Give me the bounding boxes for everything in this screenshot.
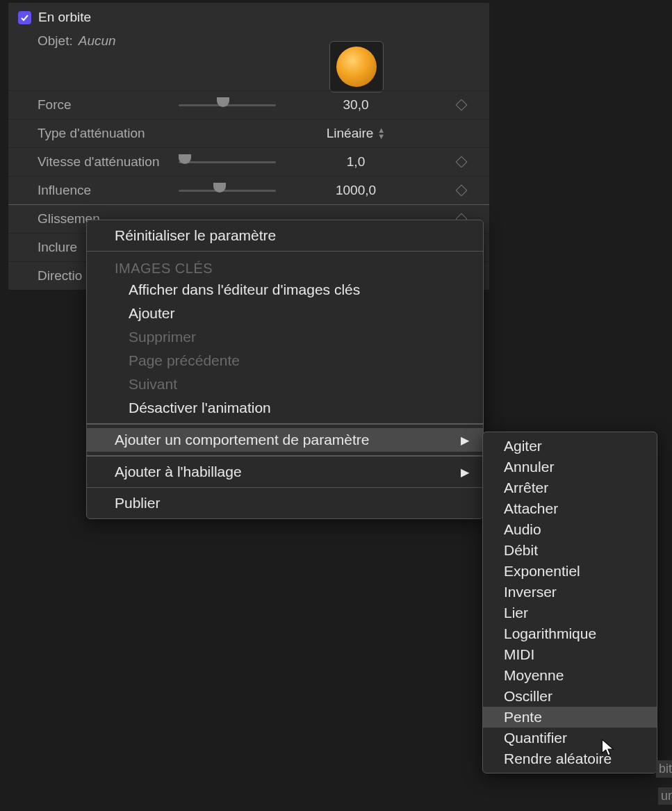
object-image-well[interactable] (329, 41, 384, 92)
menu-item-label: Afficher dans l'éditeur d'images clés (129, 281, 360, 298)
submenu-item-rendre-aléatoire[interactable]: Rendre aléatoire (483, 748, 657, 769)
menu-item-label: Page précédente (129, 352, 240, 369)
menu-publish[interactable]: Publier (87, 491, 483, 515)
menu-separator (87, 251, 483, 252)
menu-item-label: Désactiver l'animation (129, 400, 271, 416)
submenu-item-logarithmique[interactable]: Logarithmique (483, 623, 657, 644)
menu-separator (87, 423, 483, 425)
submenu-arrow-icon: ▶ (461, 466, 469, 479)
keyframe-diamond-icon[interactable] (456, 99, 468, 111)
submenu-item-débit[interactable]: Débit (483, 540, 657, 561)
param-label: Force (38, 97, 177, 113)
submenu-item-quantifier[interactable]: Quantifier (483, 728, 657, 748)
parameter-context-menu: Réinitialiser le paramètre IMAGES CLÉS A… (86, 220, 484, 519)
param-label: Influence (38, 183, 177, 198)
menu-next-keyframe: Suivant (87, 372, 483, 396)
menu-item-label: Supprimer (129, 329, 196, 345)
menu-item-label: Publier (115, 495, 160, 511)
param-row-attenuation-type: Type d'atténuation Linéaire ▲▼ (8, 119, 489, 147)
menu-delete-keyframe: Supprimer (87, 325, 483, 349)
param-row-influence: Influence 1000,0 (8, 176, 489, 204)
submenu-item-agiter[interactable]: Agiter (483, 436, 657, 457)
submenu-item-arrêter[interactable]: Arrêter (483, 477, 657, 498)
object-value: Aucun (79, 33, 116, 49)
dropdown-value: Linéaire (327, 126, 374, 141)
menu-item-label: Ajouter à l'habillage (115, 464, 242, 480)
param-label: Type d'atténuation (38, 126, 177, 141)
clipped-text: bit (656, 760, 672, 778)
submenu-item-exponentiel[interactable]: Exponentiel (483, 561, 657, 582)
menu-item-label: Réinitialiser le paramètre (115, 227, 276, 244)
submenu-item-audio[interactable]: Audio (483, 519, 657, 540)
menu-reset-parameter[interactable]: Réinitialiser le paramètre (87, 224, 483, 247)
behavior-title: En orbite (38, 10, 91, 25)
clipped-text: ur (658, 787, 672, 805)
menu-prev-keyframe: Page précédente (87, 349, 483, 372)
submenu-item-osciller[interactable]: Osciller (483, 686, 657, 707)
menu-item-label: Ajouter (129, 305, 175, 322)
submenu-item-midi[interactable]: MIDI (483, 644, 657, 665)
updown-icon: ▲▼ (377, 127, 385, 140)
menu-separator (87, 487, 483, 488)
menu-separator (87, 455, 483, 457)
submenu-item-moyenne[interactable]: Moyenne (483, 665, 657, 686)
param-value[interactable]: 1000,0 (307, 183, 404, 198)
slider-atten-speed[interactable] (179, 161, 276, 163)
menu-add-to-rig[interactable]: Ajouter à l'habillage ▶ (87, 460, 483, 484)
menu-disable-animation[interactable]: Désactiver l'animation (87, 396, 483, 420)
param-row-attenuation-speed: Vitesse d'atténuation 1,0 (8, 147, 489, 176)
submenu-item-lier[interactable]: Lier (483, 603, 657, 623)
param-behavior-submenu: AgiterAnnulerArrêterAttacherAudioDébitEx… (482, 432, 657, 773)
menu-item-label: Ajouter un comportement de paramètre (115, 432, 370, 448)
menu-show-keyframe-editor[interactable]: Afficher dans l'éditeur d'images clés (87, 278, 483, 302)
submenu-item-annuler[interactable]: Annuler (483, 457, 657, 477)
slider-thumb[interactable] (213, 183, 226, 192)
param-label: Vitesse d'atténuation (38, 154, 177, 170)
slider-thumb[interactable] (179, 154, 191, 164)
keyframe-diamond-icon[interactable] (456, 185, 468, 197)
attenuation-type-dropdown[interactable]: Linéaire ▲▼ (307, 126, 404, 141)
submenu-arrow-icon: ▶ (461, 434, 469, 447)
object-row: Objet: Aucun (8, 31, 489, 56)
submenu-item-inverser[interactable]: Inverser (483, 582, 657, 603)
menu-section-keyframes: IMAGES CLÉS (87, 255, 483, 278)
object-thumbnail (336, 47, 377, 87)
slider-force[interactable] (179, 104, 276, 106)
menu-item-label: Suivant (129, 376, 177, 393)
behavior-enable-checkbox[interactable] (18, 11, 31, 24)
param-row-force: Force 30,0 (8, 90, 489, 119)
submenu-item-attacher[interactable]: Attacher (483, 498, 657, 519)
slider-thumb[interactable] (217, 97, 229, 107)
menu-add-param-behavior[interactable]: Ajouter un comportement de paramètre ▶ (87, 428, 483, 452)
param-value[interactable]: 1,0 (307, 154, 404, 170)
slider-influence[interactable] (179, 190, 276, 192)
submenu-item-pente[interactable]: Pente (483, 707, 657, 728)
menu-add-keyframe[interactable]: Ajouter (87, 302, 483, 325)
keyframe-diamond-icon[interactable] (456, 156, 468, 168)
object-label: Objet: (38, 33, 73, 49)
behavior-header: En orbite (8, 3, 489, 31)
param-value[interactable]: 30,0 (307, 97, 404, 113)
